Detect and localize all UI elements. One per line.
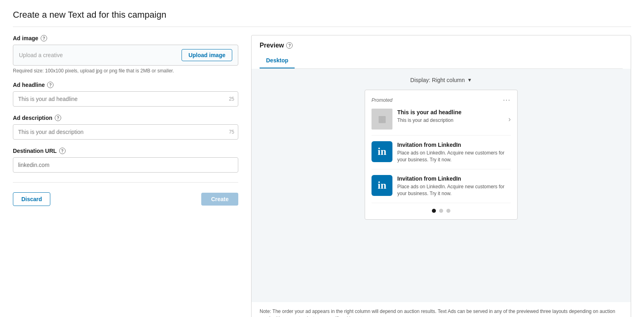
headline-char-count: 25 [229,96,234,102]
linkedin-ad-item-1: in Invitation from LinkedIn Place ads on… [372,141,511,169]
preview-note: Note: The order your ad appears in the r… [252,302,631,317]
ad-image-help-icon[interactable]: ? [41,35,47,41]
ad-image-hint: Required size: 100x100 pixels, upload jp… [13,68,238,74]
linkedin-ad-content-1: Invitation from LinkedIn Place ads on Li… [397,141,511,163]
dot-3[interactable] [446,209,450,213]
ad-thumb-placeholder: ▦ [372,109,392,130]
ad-headline-input[interactable] [13,91,238,107]
button-row: Discard Create [13,192,238,206]
linkedin-logo-1: in [378,146,386,158]
upload-image-button[interactable]: Upload image [182,49,232,61]
preview-body: Display: Right column ▼ Promoted ··· ▦ [252,69,631,302]
upload-placeholder: Upload a creative [19,52,63,58]
main-ad-content: This is your ad headline This is your ad… [397,109,502,124]
linkedin-thumb-2: in [372,175,392,196]
ad-chevron-icon: › [508,115,511,124]
linkedin-ad-content-2: Invitation from LinkedIn Place ads on Li… [397,175,511,197]
ad-headline-field: Ad headline ? 25 [13,82,238,107]
promoted-label: Promoted [372,97,392,103]
ad-description-help-icon[interactable]: ? [55,115,61,121]
linkedin-logo-2: in [378,179,386,191]
ad-description-label: Ad description ? [13,115,238,121]
form-section: Ad image ? Upload a creative Upload imag… [13,35,238,206]
preview-title: Preview ? [260,42,623,49]
create-button[interactable]: Create [201,193,238,206]
ad-description-field: Ad description ? 75 [13,115,238,140]
linkedin-thumb-1: in [372,141,392,162]
ad-description-input[interactable] [13,124,238,140]
preview-help-icon[interactable]: ? [286,42,293,49]
ad-headline-label: Ad headline ? [13,82,238,88]
dot-1[interactable] [432,209,436,213]
linkedin-ad-title-2: Invitation from LinkedIn [397,175,511,182]
linkedin-ad-desc-2: Place ads on LinkedIn. Acquire new custo… [397,183,511,197]
pagination-dots [372,209,511,213]
discard-button[interactable]: Discard [13,192,50,206]
main-ad-description: This is your ad description [397,117,502,124]
linkedin-ad-desc-1: Place ads on LinkedIn. Acquire new custo… [397,150,511,163]
ad-image-field: Ad image ? Upload a creative Upload imag… [13,35,238,74]
display-dropdown-arrow: ▼ [467,77,472,83]
form-divider [13,182,238,183]
preview-header: Preview ? Desktop [252,35,631,69]
destination-url-label: Destination URL ? [13,148,238,154]
promoted-row: Promoted ··· [372,97,511,104]
ad-headline-help-icon[interactable]: ? [47,82,54,88]
destination-url-help-icon[interactable]: ? [59,148,66,154]
destination-url-field: Destination URL ? [13,148,238,173]
ad-preview-card: Promoted ··· ▦ This is your ad headline … [365,90,518,220]
three-dots-menu[interactable]: ··· [503,97,511,104]
preview-panel: Preview ? Desktop Display: Right column … [251,35,631,317]
main-ad-item: ▦ This is your ad headline This is your … [372,109,511,136]
linkedin-ad-title-1: Invitation from LinkedIn [397,141,511,148]
main-ad-title: This is your ad headline [397,109,502,116]
upload-box: Upload a creative Upload image [13,45,238,66]
page-title: Create a new Text ad for this campaign [13,10,631,27]
display-selector[interactable]: Display: Right column ▼ [260,77,623,83]
destination-url-input[interactable] [13,157,238,173]
dot-2[interactable] [439,209,443,213]
ad-headline-wrapper: 25 [13,91,238,107]
linkedin-ad-item-2: in Invitation from LinkedIn Place ads on… [372,175,511,203]
ad-description-wrapper: 75 [13,124,238,140]
description-char-count: 75 [229,129,234,135]
image-placeholder-icon: ▦ [378,114,386,124]
preview-tabs: Desktop [260,54,623,69]
ad-image-label: Ad image ? [13,35,238,41]
tab-desktop[interactable]: Desktop [260,54,295,68]
